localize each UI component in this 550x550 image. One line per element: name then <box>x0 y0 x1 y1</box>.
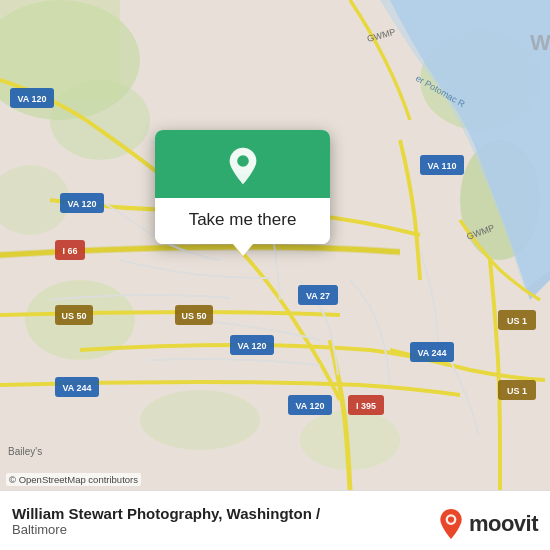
moovit-logo: moovit <box>437 508 538 540</box>
svg-point-8 <box>140 390 260 450</box>
svg-text:VA 120: VA 120 <box>295 401 324 411</box>
moovit-pin-icon <box>437 508 465 540</box>
svg-text:VA 120: VA 120 <box>237 341 266 351</box>
popup-card: Take me there <box>155 130 330 244</box>
svg-text:US 50: US 50 <box>181 311 206 321</box>
bottom-bar: William Stewart Photography, Washington … <box>0 490 550 550</box>
svg-text:VA 110: VA 110 <box>427 161 456 171</box>
map-pin-icon <box>223 146 263 186</box>
svg-text:W: W <box>530 30 550 55</box>
popup-green-section <box>155 130 330 198</box>
svg-point-48 <box>448 516 454 522</box>
svg-text:VA 27: VA 27 <box>306 291 330 301</box>
bottom-left: William Stewart Photography, Washington … <box>12 505 320 537</box>
map-container[interactable]: VA 120 VA 120 VA 120 VA 120 VA 120 I 66 … <box>0 0 550 490</box>
svg-point-5 <box>50 80 150 160</box>
svg-text:VA 120: VA 120 <box>17 94 46 104</box>
svg-text:VA 244: VA 244 <box>417 348 446 358</box>
svg-text:I 395: I 395 <box>356 401 376 411</box>
svg-text:I 66: I 66 <box>62 246 77 256</box>
svg-point-46 <box>237 155 249 167</box>
location-title: William Stewart Photography, Washington … <box>12 505 320 522</box>
map-attribution: © OpenStreetMap contributors <box>6 473 141 486</box>
moovit-text: moovit <box>469 511 538 537</box>
popup-white-section[interactable]: Take me there <box>155 198 330 244</box>
svg-text:US 1: US 1 <box>507 386 527 396</box>
location-subtitle: Baltimore <box>12 522 320 537</box>
svg-text:Bailey's: Bailey's <box>8 446 42 457</box>
svg-text:VA 244: VA 244 <box>62 383 91 393</box>
svg-text:US 1: US 1 <box>507 316 527 326</box>
svg-text:US 50: US 50 <box>61 311 86 321</box>
take-me-there-button[interactable]: Take me there <box>189 210 297 230</box>
map-background: VA 120 VA 120 VA 120 VA 120 VA 120 I 66 … <box>0 0 550 490</box>
popup-arrow <box>233 244 253 256</box>
attribution-copyright: © OpenStreetMap contributors <box>9 474 138 485</box>
svg-text:VA 120: VA 120 <box>67 199 96 209</box>
